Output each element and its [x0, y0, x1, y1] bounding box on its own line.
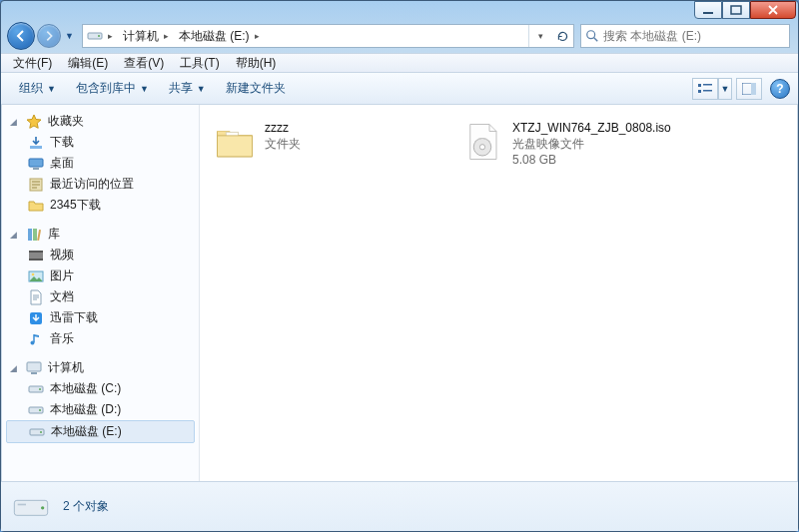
toolbar-label: 包含到库中 — [76, 80, 136, 97]
svg-rect-17 — [37, 229, 41, 240]
pane-icon — [742, 83, 756, 95]
svg-point-37 — [41, 506, 44, 509]
svg-rect-11 — [30, 146, 42, 149]
share-button[interactable]: 共享 ▼ — [159, 75, 216, 102]
expand-icon: ◢ — [10, 230, 20, 240]
sidebar-item-videos[interactable]: 视频 — [2, 245, 199, 266]
chevron-right-icon: ▸ — [108, 31, 113, 41]
sidebar-item-label: 视频 — [50, 247, 74, 264]
sidebar-item-drive-e[interactable]: 本地磁盘 (E:) — [6, 420, 195, 443]
chevron-right-icon: ▸ — [164, 31, 169, 41]
chevron-right-icon: ▸ — [255, 31, 260, 41]
nav-buttons: ▼ — [7, 22, 76, 50]
sidebar-item-drive-c[interactable]: 本地磁盘 (C:) — [2, 378, 199, 399]
sidebar-item-documents[interactable]: 文档 — [2, 286, 199, 307]
file-size: 5.08 GB — [512, 152, 671, 168]
sidebar-item-2345[interactable]: 2345下载 — [2, 195, 199, 216]
sidebar-group-favorites: ◢ 收藏夹 下载 桌面 最近访问的位置 — [2, 111, 199, 216]
menu-tools[interactable]: 工具(T) — [172, 53, 227, 74]
refresh-icon — [556, 30, 569, 43]
menu-bar: 文件(F) 编辑(E) 查看(V) 工具(T) 帮助(H) — [1, 53, 798, 73]
svg-point-32 — [40, 431, 42, 433]
svg-rect-26 — [31, 372, 37, 374]
list-item[interactable]: XTZJ_WIN764_ZJB_0808.iso 光盘映像文件 5.08 GB — [453, 115, 701, 174]
svg-point-30 — [39, 409, 41, 411]
explorer-window: ▼ ▸ 计算机 ▸ 本地磁盘 (E:) ▸ ▾ — [0, 0, 799, 532]
help-icon: ? — [776, 82, 783, 96]
view-options: ▼ — [692, 78, 762, 100]
sidebar-header-label: 计算机 — [48, 359, 84, 376]
menu-help[interactable]: 帮助(H) — [228, 53, 285, 74]
new-folder-button[interactable]: 新建文件夹 — [216, 75, 296, 102]
breadcrumb-root[interactable]: ▸ — [83, 25, 117, 47]
chevron-down-icon: ▼ — [140, 84, 149, 94]
sidebar-item-label: 图片 — [50, 267, 74, 284]
sidebar-item-label: 本地磁盘 (E:) — [51, 423, 122, 440]
address-bar[interactable]: ▸ 计算机 ▸ 本地磁盘 (E:) ▸ ▾ — [82, 24, 574, 48]
back-button[interactable] — [7, 22, 35, 50]
minimize-button[interactable] — [694, 1, 722, 19]
svg-rect-25 — [27, 362, 41, 371]
sidebar-item-label: 下载 — [50, 134, 74, 151]
svg-point-3 — [98, 35, 100, 37]
preview-pane-button[interactable] — [736, 78, 762, 100]
window-controls — [694, 1, 796, 19]
include-in-library-button[interactable]: 包含到库中 ▼ — [66, 75, 159, 102]
toolbar-label: 组织 — [19, 80, 43, 97]
sidebar-header-favorites[interactable]: ◢ 收藏夹 — [2, 111, 199, 132]
svg-rect-12 — [29, 159, 43, 167]
sidebar-item-recent[interactable]: 最近访问的位置 — [2, 174, 199, 195]
drive-icon — [87, 28, 103, 44]
sidebar-header-libraries[interactable]: ◢ 库 — [2, 224, 199, 245]
file-meta: zzzz 文件夹 — [265, 120, 301, 152]
folder-icon — [213, 120, 257, 164]
menu-file[interactable]: 文件(F) — [5, 53, 60, 74]
view-mode-button[interactable] — [692, 78, 718, 100]
toolbar-label: 共享 — [169, 80, 193, 97]
sidebar-item-xunlei[interactable]: 迅雷下载 — [2, 307, 199, 328]
sidebar-item-label: 2345下载 — [50, 197, 101, 214]
details-pane: 2 个对象 — [1, 481, 798, 531]
breadcrumb-label: 计算机 — [123, 28, 159, 45]
sidebar-item-music[interactable]: 音乐 — [2, 328, 199, 349]
menu-edit[interactable]: 编辑(E) — [60, 53, 116, 74]
sidebar-item-drive-d[interactable]: 本地磁盘 (D:) — [2, 399, 199, 420]
sidebar-item-label: 音乐 — [50, 330, 74, 347]
list-item[interactable]: zzzz 文件夹 — [206, 115, 453, 174]
help-button[interactable]: ? — [770, 79, 790, 99]
svg-rect-1 — [731, 6, 741, 14]
menu-view[interactable]: 查看(V) — [116, 53, 172, 74]
computer-icon — [26, 360, 42, 376]
svg-rect-20 — [29, 259, 43, 261]
drive-icon — [28, 402, 44, 418]
sidebar-item-label: 桌面 — [50, 155, 74, 172]
file-list[interactable]: zzzz 文件夹 XTZ — [200, 105, 797, 481]
chevron-down-icon: ▼ — [47, 84, 56, 94]
sidebar[interactable]: ◢ 收藏夹 下载 桌面 最近访问的位置 — [2, 105, 200, 481]
file-list-items: zzzz 文件夹 XTZ — [206, 115, 791, 174]
close-icon — [767, 5, 779, 15]
search-input[interactable]: 搜索 本地磁盘 (E:) — [580, 24, 790, 48]
sidebar-header-computer[interactable]: ◢ 计算机 — [2, 357, 199, 378]
video-icon — [28, 248, 44, 264]
maximize-button[interactable] — [722, 1, 750, 19]
recent-icon — [28, 177, 44, 193]
svg-rect-6 — [703, 84, 712, 86]
address-dropdown-button[interactable]: ▾ — [529, 25, 551, 47]
sidebar-item-pictures[interactable]: 图片 — [2, 266, 199, 286]
breadcrumb-computer[interactable]: 计算机 ▸ — [117, 25, 173, 47]
refresh-button[interactable] — [551, 25, 573, 47]
forward-button[interactable] — [37, 24, 61, 48]
history-dropdown-icon[interactable]: ▼ — [63, 31, 76, 41]
sidebar-item-downloads[interactable]: 下载 — [2, 132, 199, 153]
svg-point-24 — [31, 340, 35, 344]
svg-point-4 — [587, 31, 595, 39]
svg-rect-0 — [703, 12, 713, 14]
organize-button[interactable]: 组织 ▼ — [9, 75, 66, 102]
sidebar-item-desktop[interactable]: 桌面 — [2, 153, 199, 174]
view-dropdown-button[interactable]: ▼ — [718, 78, 732, 100]
sidebar-item-label: 本地磁盘 (D:) — [50, 401, 121, 418]
breadcrumb-drive-e[interactable]: 本地磁盘 (E:) ▸ — [173, 25, 264, 47]
toolbar: 组织 ▼ 包含到库中 ▼ 共享 ▼ 新建文件夹 ▼ — [1, 73, 798, 105]
close-button[interactable] — [750, 1, 796, 19]
